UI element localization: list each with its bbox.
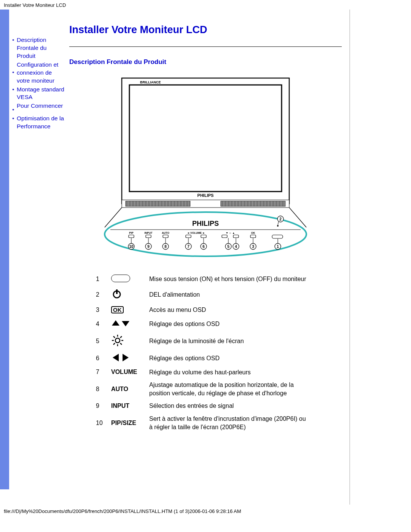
svg-rect-58 [116,289,118,294]
monitor-illustration: BRILLIANCE PHILIPS PHILIPS [103,74,308,257]
row-num: 7 [92,366,107,379]
table-row: 2 DEL d'alimentation [92,286,313,304]
row-num: 8 [92,379,107,399]
row-num: 1 [92,272,107,286]
nav-link[interactable]: Configuration et connexion de votre moni… [17,61,65,85]
left-right-icon [107,351,145,366]
svg-text:▼ ☼ ▲: ▼ ☼ ▲ [226,232,235,234]
bullet-icon: • [12,86,17,102]
svg-line-68 [120,336,122,338]
nav-item-description[interactable]: • Description Frontale du Produit [12,36,65,60]
svg-text:4: 4 [235,244,237,249]
svg-line-69 [113,343,115,345]
svg-rect-23 [233,235,239,238]
svg-rect-19 [163,235,168,238]
nav-link[interactable]: Optimisation de la Performance [17,115,65,131]
section-heading: Description Frontale du Produit [69,58,342,66]
row-num: 6 [92,351,107,366]
svg-text:2: 2 [279,217,282,221]
controls-table: 1 Mise sous tension (ON) et hors tension… [92,272,313,433]
svg-rect-25 [272,235,283,238]
svg-text:1: 1 [277,244,279,249]
table-row: 10 PIP/SIZE Sert à activer la fenêtre d'… [92,412,313,433]
svg-rect-1 [129,85,282,192]
svg-rect-3 [126,201,190,206]
svg-text:◄ VOLUME ►: ◄ VOLUME ► [187,232,205,234]
svg-point-9 [105,212,306,256]
row-num: 4 [92,316,107,332]
main-content: Installer Votre Moniteur LCD Description… [67,10,349,489]
sidebar-nav: • Description Frontale du Produit • Conf… [9,10,67,489]
row-num: 2 [92,286,107,304]
svg-rect-17 [129,235,134,238]
svg-text:PIP: PIP [129,232,134,234]
svg-text:3: 3 [252,244,254,249]
pipsize-label-icon: PIP/SIZE [107,412,145,433]
svg-text:8: 8 [164,244,167,249]
row-num: 10 [92,412,107,433]
power-button-icon [107,272,145,286]
page-frame: • Description Frontale du Produit • Conf… [0,10,350,505]
svg-rect-24 [250,235,256,238]
ok-icon: OK [107,304,145,316]
nav-link[interactable]: Description Frontale du Produit [17,36,65,60]
up-down-icon [107,316,145,332]
svg-rect-20 [186,235,191,238]
row-num: 5 [92,332,107,351]
row-num: 9 [92,399,107,412]
svg-text:5: 5 [227,244,229,249]
bullet-icon: • [12,36,17,60]
svg-marker-60 [122,321,129,326]
monitor-figure: BRILLIANCE PHILIPS PHILIPS [103,74,308,257]
svg-text:7: 7 [187,244,190,249]
volume-label-icon: VOLUME [107,366,145,379]
svg-marker-71 [123,354,129,361]
row-desc: Accès au menu OSD [145,304,313,316]
table-row: 9 INPUT Sélection des entrées de signal [92,399,313,412]
table-row: 5 Réglage de la luminosité de l'écran [92,332,313,351]
row-num: 3 [92,304,107,316]
bullet-icon: • [12,61,17,85]
table-row: 7 VOLUME Réglage du volume des haut-parl… [92,366,313,379]
svg-rect-18 [146,235,151,238]
row-desc: Réglage du volume des haut-parleurs [145,366,313,379]
svg-rect-22 [222,235,227,238]
svg-point-61 [115,338,120,343]
row-desc: Mise sous tension (ON) et hors tension (… [145,272,313,286]
table-row: 6 Réglage des options OSD [92,351,313,366]
svg-text:OK: OK [251,232,255,234]
brand-zoom: PHILIPS [192,220,219,227]
row-desc: Réglage des options OSD [145,316,313,332]
table-row: 4 Réglage des options OSD [92,316,313,332]
separator [69,46,342,47]
nav-item-start[interactable]: • Pour Commencer [12,102,65,114]
bullet-icon: • [12,102,17,114]
svg-line-67 [120,343,122,345]
row-desc: Sert à activer la fenêtre d'incrustation… [145,412,313,433]
nav-item-optim[interactable]: • Optimisation de la Performance [12,115,65,131]
page-title: Installer Votre Moniteur LCD [69,24,342,36]
svg-text:9: 9 [147,244,150,249]
left-accent-bar [0,10,9,489]
nav-link[interactable]: Montage standard VESA [17,86,65,102]
power-symbol-icon [107,286,145,304]
svg-line-66 [113,336,115,338]
table-row: 8 AUTO Ajustage automatique de la positi… [92,379,313,399]
row-desc: Sélection des entrées de signal [145,399,313,412]
row-desc: Réglage de la luminosité de l'écran [145,332,313,351]
svg-text:10: 10 [129,244,134,249]
table-row: 3 OK Accès au menu OSD [92,304,313,316]
svg-marker-70 [113,354,119,361]
bullet-icon: • [12,115,17,131]
svg-text:INPUT: INPUT [145,232,153,234]
brand-label: PHILIPS [198,193,214,198]
svg-text:6: 6 [202,244,205,249]
input-label-icon: INPUT [107,399,145,412]
nav-item-vesa[interactable]: • Montage standard VESA [12,86,65,102]
row-desc: DEL d'alimentation [145,286,313,304]
nav-item-config[interactable]: • Configuration et connexion de votre mo… [12,61,65,85]
nav-link[interactable]: Pour Commencer [17,102,63,114]
table-row: 1 Mise sous tension (ON) et hors tension… [92,272,313,286]
brightness-icon [107,332,145,351]
page-footer: file:///D|/My%20Documents/dfu/200P6/fren… [0,505,411,518]
